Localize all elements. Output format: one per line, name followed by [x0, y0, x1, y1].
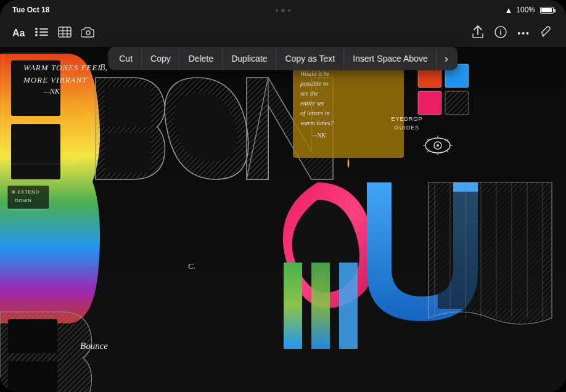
svg-rect-21 — [105, 87, 151, 127]
svg-rect-3 — [39, 31, 48, 33]
list-icon[interactable] — [35, 27, 48, 41]
svg-rect-39 — [8, 361, 57, 392]
share-icon[interactable] — [472, 25, 484, 42]
svg-rect-55 — [445, 91, 469, 115]
extend-down-label: ⊕ EXTEND DOWN — [7, 186, 49, 209]
text-format-icon[interactable]: Aa — [12, 28, 25, 39]
toolbar-left: Aa — [12, 27, 95, 41]
svg-text:WARM TONES FEEL: WARM TONES FEEL — [23, 63, 103, 72]
delete-button[interactable]: Delete — [180, 47, 223, 70]
svg-text:possible to: possible to — [300, 80, 328, 87]
letter-c-label: C. — [188, 261, 195, 271]
svg-text:Would it be: Would it be — [300, 70, 330, 77]
insert-space-above-button[interactable]: Insert Space Above — [344, 47, 437, 70]
copy-button[interactable]: Copy — [142, 47, 180, 70]
camera-icon[interactable] — [81, 27, 95, 41]
more-options-button[interactable]: › — [437, 47, 456, 70]
svg-rect-20 — [11, 124, 60, 179]
info-icon[interactable] — [494, 25, 507, 42]
svg-rect-35 — [284, 263, 302, 349]
letter-n-colorful-bars — [284, 263, 358, 349]
more-icon[interactable]: ••• — [517, 28, 530, 38]
svg-rect-37 — [339, 263, 358, 349]
cut-button[interactable]: Cut — [110, 47, 142, 70]
ipad-frame: Tue Oct 18 ▲ 100% Aa — [0, 0, 566, 392]
svg-text:GUIDES: GUIDES — [395, 125, 420, 131]
note-card: Would it be possible to see the entire s… — [293, 57, 404, 168]
status-right: ▲ 100% — [504, 6, 554, 15]
letter-b-skeleton — [96, 78, 165, 179]
status-time: Tue Oct 18 — [12, 6, 49, 14]
letter-right-skeleton — [429, 182, 552, 324]
svg-rect-54 — [418, 91, 441, 115]
table-icon[interactable] — [58, 27, 72, 41]
copy-as-text-button[interactable]: Copy as Text — [277, 47, 345, 70]
svg-text:MORE VIBRANT: MORE VIBRANT — [23, 75, 87, 84]
status-bar: Tue Oct 18 ▲ 100% — [0, 0, 566, 20]
svg-point-11 — [86, 31, 90, 35]
artwork-svg: WARM TONES FEEL MORE VIBRANT —NK B, C. B… — [0, 47, 566, 392]
svg-text:EYEDROP: EYEDROP — [391, 116, 422, 122]
svg-rect-22 — [105, 133, 151, 173]
svg-text:entire set: entire set — [300, 100, 324, 107]
svg-text:—NK: —NK — [311, 132, 326, 139]
battery-percent: 100% — [516, 6, 535, 14]
svg-text:of letters in: of letters in — [300, 110, 330, 116]
svg-rect-36 — [311, 263, 330, 349]
pencil-icon[interactable] — [540, 25, 554, 42]
context-menu: Cut Copy Delete Duplicate Copy as Text I… — [108, 47, 457, 70]
letter-b-label: B, — [100, 63, 107, 72]
bottom-skeleton-row — [0, 312, 92, 392]
svg-rect-1 — [39, 28, 48, 30]
svg-point-4 — [35, 34, 38, 36]
svg-text:warm tones?: warm tones? — [300, 120, 334, 126]
svg-text:DOWN: DOWN — [15, 198, 31, 203]
svg-point-0 — [35, 28, 38, 30]
svg-rect-5 — [39, 35, 48, 36]
bounce-label: Bounce — [80, 341, 108, 351]
svg-rect-38 — [8, 319, 57, 353]
svg-text:—NK: —NK — [43, 87, 60, 96]
svg-point-2 — [35, 31, 38, 33]
artwork-canvas: WARM TONES FEEL MORE VIBRANT —NK B, C. B… — [0, 47, 566, 392]
svg-point-14 — [500, 29, 501, 30]
toolbar-right: ••• — [472, 25, 554, 42]
svg-text:see the: see the — [300, 90, 318, 97]
svg-point-60 — [437, 144, 439, 147]
battery-icon — [540, 7, 554, 14]
wifi-icon: ▲ — [504, 6, 512, 15]
svg-rect-15 — [541, 26, 551, 36]
svg-rect-6 — [59, 27, 71, 37]
toolbar: Aa — [0, 20, 566, 47]
svg-text:⊕ EXTEND: ⊕ EXTEND — [11, 189, 39, 195]
duplicate-button[interactable]: Duplicate — [223, 47, 276, 70]
